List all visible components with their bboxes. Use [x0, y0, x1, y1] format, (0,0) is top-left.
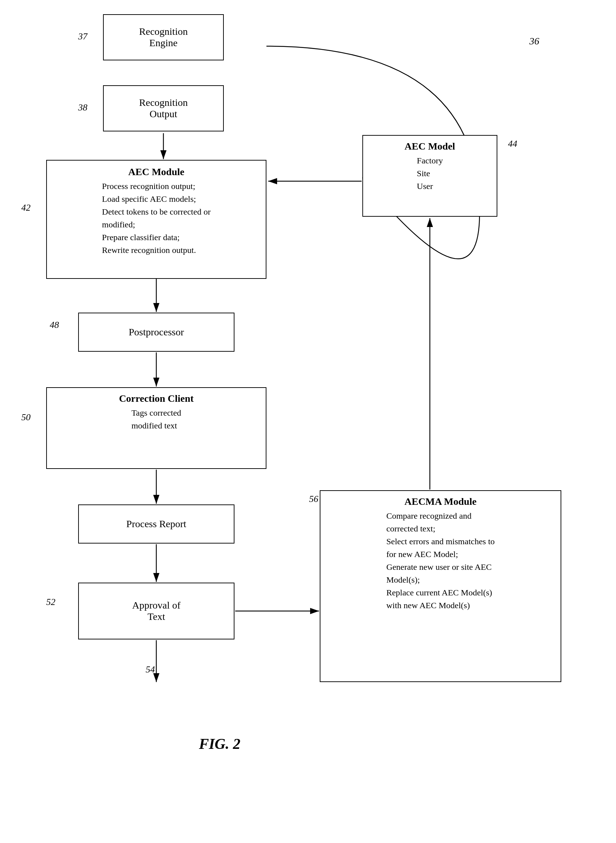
- aec-model-title: AEC Model: [405, 141, 455, 152]
- aecma-module-content: Compare recognized and corrected text; S…: [383, 509, 498, 612]
- approval-text-label: Approval ofText: [132, 600, 180, 622]
- recognition-output-box: RecognitionOutput: [103, 85, 224, 132]
- process-report-box: Process Report: [78, 504, 235, 544]
- label-50: 50: [21, 412, 31, 423]
- aec-model-content: Factory Site User: [413, 154, 446, 192]
- aecma-module-box: AECMA Module Compare recognized and corr…: [320, 490, 561, 682]
- aecma-module-title: AECMA Module: [405, 496, 477, 507]
- label-56: 56: [309, 494, 318, 504]
- aec-module-box: AEC Module Process recognition output; L…: [46, 160, 267, 279]
- label-38: 38: [78, 102, 87, 113]
- label-54: 54: [146, 664, 155, 675]
- diagram: 37 38 RecognitionEngine RecognitionOutpu…: [0, 0, 616, 843]
- approval-text-box: Approval ofText: [78, 583, 235, 639]
- correction-client-title: Correction Client: [119, 393, 194, 404]
- label-36: 36: [529, 35, 539, 47]
- correction-client-content: Tags corrected modified text: [128, 406, 185, 432]
- postprocessor-label: Postprocessor: [129, 327, 184, 338]
- label-37: 37: [78, 31, 87, 42]
- figure-label: FIG. 2: [199, 735, 241, 752]
- process-report-label: Process Report: [126, 518, 186, 530]
- correction-client-box: Correction Client Tags corrected modifie…: [46, 387, 267, 469]
- aec-model-box: AEC Model Factory Site User: [362, 135, 497, 217]
- label-44: 44: [508, 139, 517, 149]
- aec-module-title: AEC Module: [128, 166, 184, 177]
- recognition-engine-label: RecognitionEngine: [139, 26, 188, 49]
- recognition-engine-box: RecognitionEngine: [103, 14, 224, 60]
- label-52: 52: [46, 597, 56, 607]
- postprocessor-box: Postprocessor: [78, 312, 235, 352]
- label-42: 42: [21, 202, 31, 213]
- label-48: 48: [50, 320, 59, 330]
- aec-module-content: Process recognition output; Load specifi…: [98, 180, 214, 257]
- recognition-output-label: RecognitionOutput: [139, 97, 188, 120]
